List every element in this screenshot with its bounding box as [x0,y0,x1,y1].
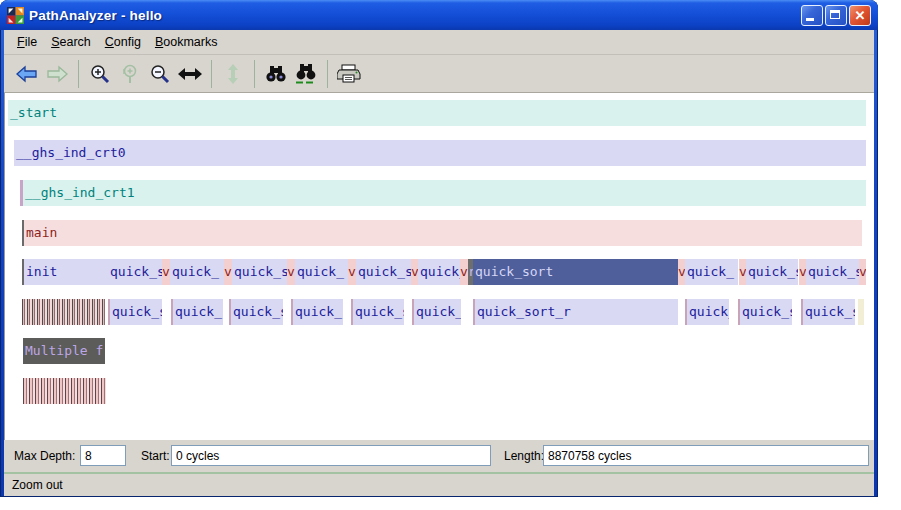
flame-bar[interactable]: v [224,259,232,285]
flame-bar[interactable]: v [799,259,806,285]
binoculars-icon [265,64,287,84]
flame-bar[interactable] [858,299,864,325]
binoculars-next-icon [295,63,317,85]
flame-bar[interactable]: v [460,259,468,285]
flame-bar-ghs-ind-crt1[interactable]: __ghs_ind_crt1 [23,180,866,206]
zoom-out-icon [149,63,171,85]
flame-bar-dense-calls[interactable] [23,378,106,404]
flame-row: __ghs_ind_crt1 [5,180,874,206]
fit-horizontal-button[interactable] [176,60,204,88]
flame-row: main [5,220,874,246]
flame-bar[interactable]: quick_s [351,299,404,325]
bottom-controls: Max Depth: Start: Length: [4,440,874,472]
flame-bar-quick-sort-r[interactable]: quick_sort_r [473,299,678,325]
flame-bar[interactable]: quick_s [229,299,283,325]
maximize-icon [830,10,840,19]
find-next-button[interactable] [292,60,320,88]
app-body: File Search Config Bookmarks [4,30,874,493]
length-label: Length: [504,449,544,463]
flame-bar[interactable]: quick_ [685,259,738,285]
zoom-in-icon [89,63,111,85]
minimize-icon [806,18,814,21]
flame-bar[interactable]: v [859,259,866,285]
menu-file[interactable]: File [10,32,44,52]
zoom-in-button[interactable] [86,60,114,88]
flame-bar-init[interactable]: init [24,259,108,285]
start-input[interactable] [171,445,491,466]
flame-bar[interactable]: quick_ [291,299,343,325]
max-depth-input[interactable] [80,445,126,466]
flame-bar[interactable]: quick_ [171,299,223,325]
flame-bar-main[interactable]: main [24,220,862,246]
flame-bar[interactable]: quick_ [418,259,460,285]
flame-bar[interactable]: quick_ [685,299,729,325]
zoom-out-button[interactable] [146,60,174,88]
toolbar-separator [327,60,328,88]
flame-bar-ghs-ind-crt0[interactable]: __ghs_ind_crt0 [14,140,866,166]
flame-bar-quick-sort-selected[interactable]: quick_sort [473,259,678,285]
status-bar: Zoom out [4,472,874,496]
menu-bookmarks[interactable]: Bookmarks [148,32,225,52]
flame-bar[interactable]: v [411,259,418,285]
menu-config[interactable]: Config [98,32,148,52]
flame-row [5,378,874,404]
flame-row: _start [5,100,874,126]
flame-bar-start[interactable]: _start [8,100,866,126]
flame-bar[interactable]: quick_s [746,259,798,285]
flame-bar[interactable]: quick_s [232,259,287,285]
flame-bar[interactable]: quick_s [738,299,792,325]
title-bar[interactable]: PathAnalyzer - hello ✕ [0,0,878,30]
flame-bar[interactable]: quick_ [170,259,224,285]
flame-bar[interactable]: quick_s [108,259,162,285]
close-icon: ✕ [850,6,870,25]
toolbar-separator [254,60,255,88]
flame-bar[interactable]: v [678,259,685,285]
status-text: Zoom out [12,478,63,492]
menu-search[interactable]: Search [44,32,98,52]
flame-row: __ghs_ind_crt0 [5,140,874,166]
zoom-selection-icon [119,63,141,85]
fit-vertical-button [219,60,247,88]
flame-bar[interactable]: v [287,259,295,285]
zoom-selection-button [116,60,144,88]
flame-bar[interactable]: v [739,259,746,285]
max-depth-label: Max Depth: [14,449,75,463]
minimize-button[interactable] [801,5,823,26]
vertical-fit-icon [226,63,240,85]
flame-bar[interactable]: quick_s [806,259,859,285]
back-arrow-icon [16,65,38,83]
flame-bar[interactable]: quick_s [356,259,411,285]
menu-bar: File Search Config Bookmarks [4,30,874,55]
flame-bar-multiple-functions[interactable]: Multiple f [23,338,105,364]
start-label: Start: [141,449,170,463]
printer-icon [337,64,361,84]
flame-bar[interactable]: quick_ [412,299,461,325]
flame-bar[interactable]: quick_ [295,259,348,285]
close-button[interactable]: ✕ [849,5,871,26]
toolbar-separator [211,60,212,88]
horizontal-fit-icon [177,67,203,81]
maximize-button[interactable] [825,5,847,26]
flame-bar[interactable]: quick_s [108,299,162,325]
flame-bar[interactable]: quick_s [801,299,855,325]
window-title: PathAnalyzer - hello [29,8,162,23]
flame-bar[interactable]: v [348,259,356,285]
flame-chart[interactable]: _start__ghs_ind_crt0__ghs_ind_crt1mainin… [4,93,874,440]
app-icon [7,7,24,24]
flame-bar-dense-calls[interactable] [22,299,105,325]
flame-row: initquick_svquick_vquick_svquick_vquick_… [5,259,874,285]
forward-arrow-icon [46,65,68,83]
toolbar [4,55,874,93]
back-button[interactable] [13,60,41,88]
app-window: PathAnalyzer - hello ✕ File Search Confi… [0,0,878,497]
print-button[interactable] [335,60,363,88]
toolbar-separator [78,60,79,88]
flame-row: Multiple f [5,338,874,364]
length-input[interactable] [543,445,869,466]
forward-button [43,60,71,88]
find-button[interactable] [262,60,290,88]
flame-bar[interactable]: v [162,259,170,285]
flame-row: quick_squick_quick_squick_quick_squick_q… [5,299,874,325]
